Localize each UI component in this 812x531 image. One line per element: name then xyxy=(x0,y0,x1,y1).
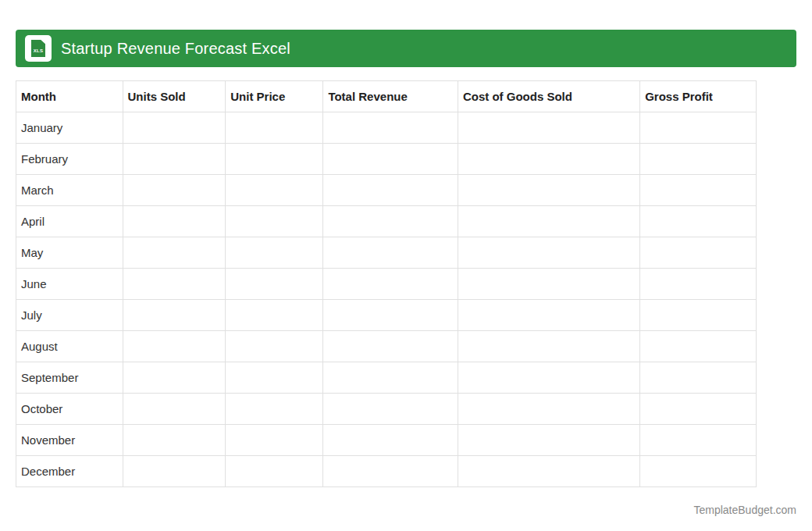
empty-cell xyxy=(323,112,458,144)
month-cell: September xyxy=(16,362,123,394)
table-row: September xyxy=(16,362,757,394)
empty-cell xyxy=(123,362,226,394)
empty-cell xyxy=(640,300,757,331)
empty-cell xyxy=(226,175,323,206)
empty-cell xyxy=(458,394,639,425)
empty-cell xyxy=(323,331,458,362)
empty-cell xyxy=(123,456,226,487)
empty-cell xyxy=(323,425,458,456)
column-header-unit-price: Unit Price xyxy=(226,81,323,112)
empty-cell xyxy=(458,237,639,269)
empty-cell xyxy=(123,237,226,269)
table-row: May xyxy=(16,237,757,269)
month-cell: July xyxy=(16,300,123,331)
column-header-total-revenue: Total Revenue xyxy=(323,81,458,112)
empty-cell xyxy=(226,300,323,331)
empty-cell xyxy=(226,362,323,394)
month-cell: April xyxy=(16,206,123,237)
empty-cell xyxy=(226,269,323,300)
empty-cell xyxy=(226,425,323,456)
table-row: February xyxy=(16,144,757,175)
empty-cell xyxy=(226,394,323,425)
empty-cell xyxy=(640,394,757,425)
empty-cell xyxy=(226,144,323,175)
table-row: April xyxy=(16,206,757,237)
empty-cell xyxy=(123,300,226,331)
empty-cell xyxy=(458,331,639,362)
header-banner: XLS Startup Revenue Forecast Excel xyxy=(16,30,796,67)
empty-cell xyxy=(640,269,757,300)
column-header-month: Month xyxy=(16,81,123,112)
page: XLS Startup Revenue Forecast Excel Month… xyxy=(0,0,812,516)
empty-cell xyxy=(323,394,458,425)
empty-cell xyxy=(458,425,639,456)
column-header-cost-of-goods-sold: Cost of Goods Sold xyxy=(458,81,639,112)
month-cell: December xyxy=(16,456,123,487)
table-row: January xyxy=(16,112,757,144)
empty-cell xyxy=(458,456,639,487)
empty-cell xyxy=(123,269,226,300)
table-row: October xyxy=(16,394,757,425)
empty-cell xyxy=(640,112,757,144)
empty-cell xyxy=(123,425,226,456)
month-cell: August xyxy=(16,331,123,362)
empty-cell xyxy=(226,112,323,144)
column-header-units-sold: Units Sold xyxy=(123,81,226,112)
empty-cell xyxy=(226,456,323,487)
table-row: June xyxy=(16,269,757,300)
empty-cell xyxy=(640,175,757,206)
empty-cell xyxy=(123,394,226,425)
empty-cell xyxy=(458,175,639,206)
empty-cell xyxy=(640,237,757,269)
empty-cell xyxy=(458,300,639,331)
empty-cell xyxy=(458,112,639,144)
table-row: March xyxy=(16,175,757,206)
table-row: July xyxy=(16,300,757,331)
header-row: MonthUnits SoldUnit PriceTotal RevenueCo… xyxy=(16,81,757,112)
empty-cell xyxy=(123,144,226,175)
table-row: August xyxy=(16,331,757,362)
empty-cell xyxy=(323,300,458,331)
month-cell: November xyxy=(16,425,123,456)
empty-cell xyxy=(458,206,639,237)
empty-cell xyxy=(123,112,226,144)
table-row: December xyxy=(16,456,757,487)
empty-cell xyxy=(640,425,757,456)
table-header: MonthUnits SoldUnit PriceTotal RevenueCo… xyxy=(16,81,757,112)
month-cell: March xyxy=(16,175,123,206)
empty-cell xyxy=(323,144,458,175)
xls-file-icon: XLS xyxy=(25,35,52,62)
empty-cell xyxy=(123,175,226,206)
empty-cell xyxy=(226,206,323,237)
empty-cell xyxy=(323,362,458,394)
empty-cell xyxy=(323,456,458,487)
table-row: November xyxy=(16,425,757,456)
empty-cell xyxy=(640,456,757,487)
empty-cell xyxy=(458,269,639,300)
column-header-gross-profit: Gross Profit xyxy=(640,81,757,112)
empty-cell xyxy=(123,206,226,237)
empty-cell xyxy=(323,175,458,206)
month-cell: February xyxy=(16,144,123,175)
empty-cell xyxy=(640,331,757,362)
empty-cell xyxy=(323,206,458,237)
empty-cell xyxy=(458,144,639,175)
empty-cell xyxy=(458,362,639,394)
empty-cell xyxy=(640,144,757,175)
xls-file-glyph: XLS xyxy=(31,40,45,57)
empty-cell xyxy=(323,269,458,300)
month-cell: June xyxy=(16,269,123,300)
empty-cell xyxy=(123,331,226,362)
footer-credit: TemplateBudget.com xyxy=(16,504,796,516)
empty-cell xyxy=(640,206,757,237)
table-body: JanuaryFebruaryMarchAprilMayJuneJulyAugu… xyxy=(16,112,757,487)
empty-cell xyxy=(323,237,458,269)
page-title: Startup Revenue Forecast Excel xyxy=(61,40,290,58)
empty-cell xyxy=(226,331,323,362)
month-cell: January xyxy=(16,112,123,144)
month-cell: May xyxy=(16,237,123,269)
forecast-table: MonthUnits SoldUnit PriceTotal RevenueCo… xyxy=(16,80,757,487)
empty-cell xyxy=(226,237,323,269)
empty-cell xyxy=(640,362,757,394)
month-cell: October xyxy=(16,394,123,425)
